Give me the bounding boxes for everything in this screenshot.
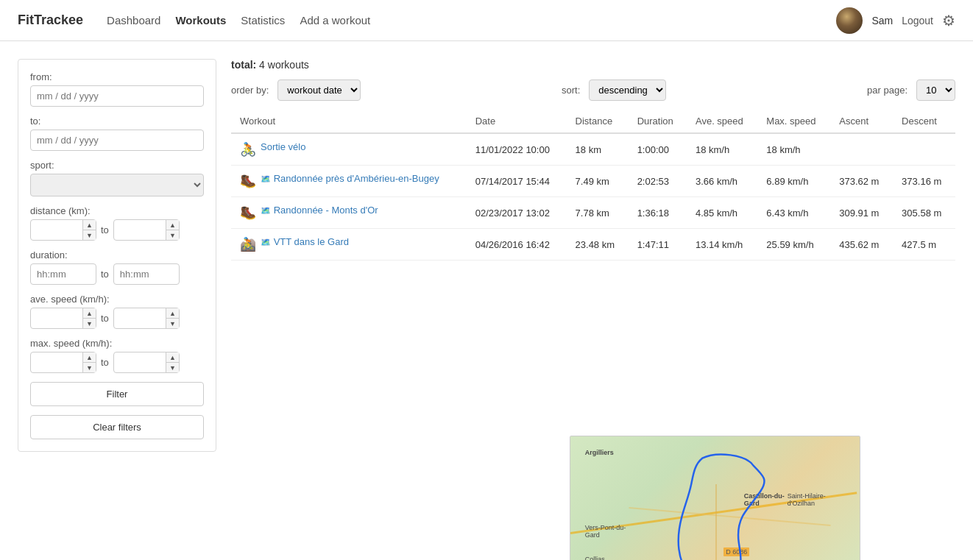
- workout-link[interactable]: Randonnée - Monts d'Or: [274, 205, 378, 216]
- duration-max-input[interactable]: [113, 263, 180, 285]
- distance-min-up[interactable]: ▲: [82, 220, 96, 230]
- navbar: FitTrackee Dashboard Workouts Statistics…: [0, 0, 973, 41]
- username: Sam: [871, 15, 893, 26]
- map-icon: 🗺️: [261, 174, 271, 183]
- workout-distance: 7.78 km: [567, 197, 629, 229]
- ave-speed-max-down[interactable]: ▼: [166, 319, 179, 328]
- workout-name-cell: 🥾 🗺️ Randonnée près d'Ambérieu-en-Bugey: [231, 166, 467, 197]
- perpage-label: par page:: [867, 85, 907, 96]
- th-ascent: Ascent: [830, 110, 893, 133]
- workout-date: 07/14/2017 15:44: [467, 166, 567, 197]
- order-by-select[interactable]: workout date distance duration: [277, 79, 361, 101]
- distance-to-sep: to: [101, 224, 109, 235]
- ave-speed-min-spinner: ▲ ▼: [30, 308, 96, 329]
- workout-duration: 1:00:00: [629, 133, 687, 166]
- sport-icon: 🥾: [240, 173, 256, 189]
- map-icon: 🗺️: [261, 238, 271, 247]
- ave-speed-max-up[interactable]: ▲: [166, 308, 179, 319]
- workout-name-cell: 🥾 🗺️ Randonnée - Monts d'Or: [231, 197, 467, 229]
- max-speed-min-down[interactable]: ▼: [82, 363, 96, 372]
- distance-min-spinner: ▲ ▼: [30, 219, 96, 241]
- settings-icon[interactable]: ⚙: [942, 12, 955, 29]
- max-speed-min-spinner: ▲ ▼: [30, 352, 96, 373]
- ave-speed-min-up[interactable]: ▲: [82, 308, 96, 319]
- to-input[interactable]: [30, 130, 204, 151]
- workouts-table: Workout Date Distance Duration Ave. spee…: [231, 110, 955, 260]
- sport-icon: 🚴: [240, 141, 256, 157]
- max-speed-label: max. speed (km/h):: [30, 338, 204, 349]
- table-row: 🚴 Sortie vélo 11/01/2022 10:00 18 km 1:0…: [231, 133, 955, 166]
- workout-ave-speed: 3.66 km/h: [687, 166, 757, 197]
- sort-select[interactable]: descending ascending: [589, 79, 666, 101]
- content-header: total: 4 workouts: [231, 59, 955, 71]
- ave-speed-row: ▲ ▼ to ▲ ▼: [30, 308, 204, 329]
- th-max-speed: Max. speed: [757, 110, 830, 133]
- distance-max-down[interactable]: ▼: [166, 230, 179, 240]
- workout-distance: 23.48 km: [567, 229, 629, 260]
- nav-links: Dashboard Workouts Statistics Add a work…: [107, 14, 836, 26]
- workout-descent: 373.16 m: [893, 166, 955, 197]
- ave-speed-label: ave. speed (km/h):: [30, 294, 204, 305]
- th-duration: Duration: [629, 110, 687, 133]
- total-count: total: 4 workouts: [231, 59, 309, 71]
- clear-filters-button[interactable]: Clear filters: [30, 415, 204, 439]
- nav-right: Sam Logout ⚙: [836, 7, 955, 34]
- distance-label: distance (km):: [30, 205, 204, 216]
- content-area: total: 4 workouts order by: workout date…: [231, 59, 955, 560]
- from-input[interactable]: [30, 85, 204, 107]
- workout-distance: 18 km: [567, 133, 629, 166]
- distance-row: ▲ ▼ to ▲ ▼: [30, 219, 204, 241]
- workout-descent: 305.58 m: [893, 197, 955, 229]
- workout-duration: 1:36:18: [629, 197, 687, 229]
- workout-max-speed: 18 km/h: [757, 133, 830, 166]
- workout-date: 02/23/2017 13:02: [467, 197, 567, 229]
- ave-speed-max-spinner: ▲ ▼: [113, 308, 180, 329]
- avatar-image: [836, 7, 863, 34]
- workout-max-speed: 6.43 km/h: [757, 197, 830, 229]
- duration-row: to: [30, 263, 204, 285]
- workout-ascent: 373.62 m: [830, 166, 893, 197]
- distance-max-spinner: ▲ ▼: [113, 219, 180, 241]
- from-label: from:: [30, 71, 204, 82]
- th-ave-speed: Ave. speed: [687, 110, 757, 133]
- nav-statistics[interactable]: Statistics: [241, 14, 285, 26]
- workout-link[interactable]: Randonnée près d'Ambérieu-en-Bugey: [274, 173, 439, 184]
- workout-date: 04/26/2016 16:42: [467, 229, 567, 260]
- avatar[interactable]: [836, 7, 863, 34]
- logout-link[interactable]: Logout: [902, 15, 933, 26]
- workout-link[interactable]: VTT dans le Gard: [274, 236, 349, 247]
- to-label: to:: [30, 116, 204, 127]
- workout-link[interactable]: Sortie vélo: [261, 141, 305, 152]
- filter-button[interactable]: Filter: [30, 382, 204, 406]
- nav-add-workout[interactable]: Add a workout: [300, 14, 370, 26]
- distance-min-down[interactable]: ▼: [82, 230, 96, 240]
- max-speed-max-down[interactable]: ▼: [166, 363, 179, 372]
- max-speed-max-up[interactable]: ▲: [166, 352, 179, 363]
- workout-name-cell: 🚴 Sortie vélo: [231, 133, 467, 166]
- th-distance: Distance: [567, 110, 629, 133]
- perpage-select[interactable]: 10 20 50: [916, 79, 955, 101]
- workout-max-speed: 25.59 km/h: [757, 229, 830, 260]
- max-speed-min-up[interactable]: ▲: [82, 352, 96, 363]
- nav-workouts[interactable]: Workouts: [175, 14, 226, 26]
- sport-icon: 🥾: [240, 205, 256, 221]
- workout-descent: 427.5 m: [893, 229, 955, 260]
- table-header: Workout Date Distance Duration Ave. spee…: [231, 110, 955, 133]
- sport-label: sport:: [30, 160, 204, 171]
- sport-icon: 🚵: [240, 236, 256, 252]
- workout-distance: 7.49 km: [567, 166, 629, 197]
- distance-max-up[interactable]: ▲: [166, 220, 179, 230]
- nav-dashboard[interactable]: Dashboard: [107, 14, 160, 26]
- brand-logo: FitTrackee: [18, 13, 83, 28]
- filter-sidebar: from: to: sport: Cycling Hiking distance…: [18, 59, 216, 452]
- workout-ave-speed: 13.14 km/h: [687, 229, 757, 260]
- max-speed-row: ▲ ▼ to ▲ ▼: [30, 352, 204, 373]
- order-row: order by: workout date distance duration…: [231, 79, 955, 101]
- duration-min-input[interactable]: [30, 263, 96, 285]
- ave-speed-min-down[interactable]: ▼: [82, 319, 96, 328]
- table-row: 🚵 🗺️ VTT dans le Gard 04/26/2016 16:42 2…: [231, 229, 955, 260]
- table-row: 🥾 🗺️ Randonnée près d'Ambérieu-en-Bugey …: [231, 166, 955, 197]
- max-speed-max-spinner: ▲ ▼: [113, 352, 180, 373]
- workout-ascent: 309.91 m: [830, 197, 893, 229]
- sport-select[interactable]: Cycling Hiking: [30, 174, 204, 196]
